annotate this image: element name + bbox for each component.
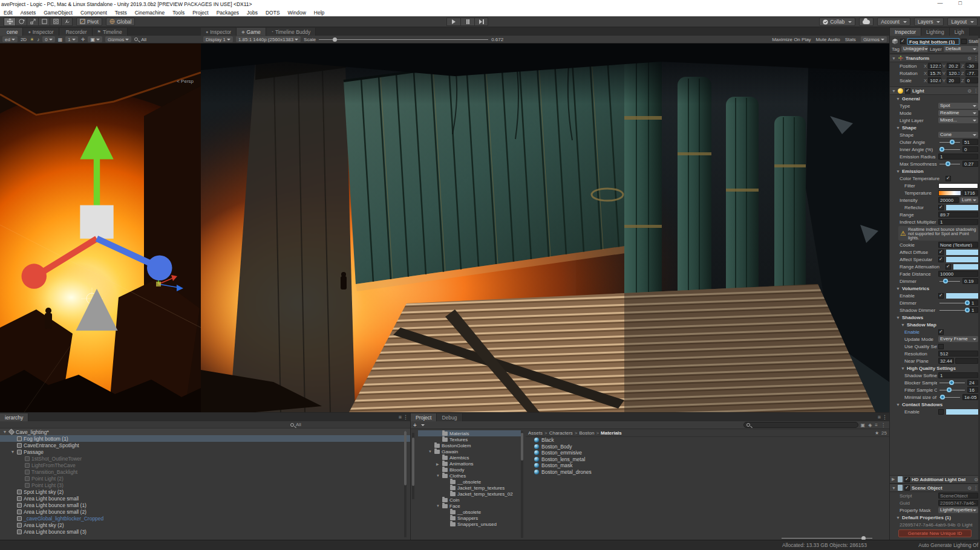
pivot-toggle[interactable]: Pivot (76, 18, 102, 26)
light-mode-dropdown[interactable]: Realtime (938, 110, 978, 116)
near-plane-field[interactable]: 32.44 (938, 358, 954, 364)
menu-item[interactable]: Tests (115, 10, 127, 16)
rect-tool-button[interactable] (38, 18, 50, 26)
menu-item[interactable]: Cinemachine (135, 10, 165, 16)
component-enabled-checkbox[interactable] (904, 485, 910, 491)
hierarchy-item[interactable]: Area Light sky (2) (0, 522, 410, 528)
default-properties-foldout[interactable]: ▼Default Properties (1) (890, 514, 980, 521)
breadcrumb-item[interactable]: Assets > (528, 430, 547, 436)
menu-item[interactable]: Assets (21, 10, 36, 16)
folder-item[interactable]: BostonGolem (418, 442, 521, 448)
folder-item[interactable]: __obsolete (418, 509, 521, 515)
cookie-object-field[interactable]: None (Texture) (938, 242, 978, 248)
menu-item[interactable]: Help (314, 10, 324, 16)
hierarchy-item[interactable]: LightFromTheCave (0, 462, 410, 468)
game-gizmos-dropdown[interactable]: Gizmos (861, 36, 887, 42)
x-field[interactable]: 15.702 (928, 70, 941, 76)
effects-dropdown[interactable]: 0 (42, 36, 54, 42)
asset-item[interactable]: Boston_metal_drones (526, 469, 889, 476)
hierarchy-item[interactable]: Area Light bounce small (1) (0, 502, 410, 508)
volumetrics-section[interactable]: ▼Volumetrics (890, 285, 980, 292)
z-field[interactable]: -77. (965, 70, 978, 76)
folder-item[interactable]: Textures (418, 436, 521, 442)
project-tab[interactable]: Project (411, 413, 437, 421)
auto-generate-lighting-status[interactable]: Auto Generate Lighting Of (918, 542, 978, 548)
x-field[interactable]: 102.6 (928, 77, 941, 83)
menu-item[interactable]: GameObject (44, 10, 73, 16)
icon-size-slider[interactable] (782, 538, 872, 539)
lock-icon[interactable]: ≡ (878, 414, 881, 420)
folder-item[interactable]: ▼ Gawain (418, 448, 521, 455)
x-field[interactable]: 122.5 (928, 63, 941, 69)
global-toggle[interactable]: Global (106, 18, 136, 26)
filter-sample-slider[interactable] (939, 390, 965, 390)
step-button[interactable] (474, 18, 488, 26)
maximize-on-play-toggle[interactable]: Maximize On Play (772, 37, 811, 42)
menu-item[interactable]: Component (80, 10, 107, 16)
shape-dropdown[interactable]: Cone (938, 132, 978, 138)
play-button[interactable] (446, 18, 460, 26)
z-field[interactable]: 0 (965, 77, 978, 83)
folder-item[interactable]: ▶ Animations (418, 461, 521, 467)
hierarchy-item[interactable]: Area Light bounce small (0, 495, 410, 502)
volumetrics-dimmer-slider[interactable] (939, 303, 967, 303)
project-tab[interactable]: Debug (437, 413, 462, 421)
shadow-map-enable-checkbox[interactable] (938, 329, 944, 335)
asset-item[interactable]: Black (526, 437, 889, 444)
blocker-sample-field[interactable]: 24 (967, 380, 978, 386)
folder-item[interactable]: Bloody (418, 467, 521, 473)
view-tab[interactable]: cene (0, 28, 23, 36)
component-enabled-checkbox[interactable] (904, 477, 910, 482)
gizmos-dropdown[interactable]: Gizmos (105, 36, 131, 42)
layer-dropdown[interactable]: Default (944, 46, 978, 52)
hierarchy-scrollbar[interactable] (404, 431, 407, 537)
hierarchy-item[interactable]: Area Light bounce small (2) (0, 508, 410, 515)
object-name-field[interactable]: Fog light bottom (1) (907, 38, 959, 45)
project-search-input[interactable] (743, 422, 858, 428)
folder-item[interactable]: Snappers (418, 515, 521, 521)
contact-shadows-section[interactable]: ▼Contact Shadows (890, 401, 980, 408)
shadows-section[interactable]: ▼Shadows (890, 314, 980, 321)
property-mask-dropdown[interactable]: LightProperties (938, 507, 978, 513)
folder-item[interactable]: Jacket_temp_textures (418, 485, 521, 491)
move-tool-button[interactable] (4, 18, 15, 26)
high-quality-section[interactable]: ▼High Quality Settings (890, 364, 980, 372)
favorite-star-icon[interactable] (875, 430, 879, 436)
account-dropdown[interactable]: Account (877, 18, 910, 26)
search-by-type-icon[interactable]: ▣ (861, 422, 866, 428)
camera-dropdown[interactable]: ▣ (88, 36, 102, 42)
aspect-dropdown[interactable]: 1.85:1 1440p (2560x1383 (236, 36, 301, 42)
menu-item[interactable]: Project (192, 10, 208, 16)
rotate-tool-button[interactable] (15, 18, 27, 26)
y-field[interactable]: 120.19 (947, 70, 959, 76)
general-section[interactable]: ▼General (890, 95, 980, 102)
folder-item[interactable]: ▼ Face (418, 503, 521, 509)
tab-menu-icon[interactable]: ⋮ (403, 414, 408, 420)
pause-button[interactable] (460, 18, 474, 26)
z-field[interactable]: -30 (965, 63, 978, 69)
tab-menu-icon[interactable]: ⋮ (882, 414, 887, 420)
breadcrumb-item[interactable]: Materials > (601, 430, 622, 436)
axis-gizmo[interactable] (0, 46, 197, 412)
hierarchy-item[interactable]: ▼ Passage (0, 448, 410, 455)
temperature-slider[interactable] (938, 190, 961, 196)
inner-angle-slider[interactable] (939, 149, 960, 150)
transform-tool-button[interactable] (50, 18, 61, 26)
audio-toggle-icon[interactable]: ♪ (37, 37, 39, 42)
affect-diffuse-checkbox[interactable] (938, 250, 944, 255)
active-checkbox[interactable] (900, 39, 906, 44)
tools-icon[interactable]: ✛ (81, 37, 85, 42)
hidden-packages-count[interactable]: 25 (881, 430, 887, 436)
reflector-checkbox[interactable] (938, 205, 944, 210)
generate-new-unique-id-button[interactable]: Generate New Unique ID (898, 529, 972, 537)
temperature-field[interactable]: 1716 (962, 190, 978, 196)
object-picker-icon[interactable]: ⊙ (957, 522, 961, 528)
menu-item[interactable]: DOTS (266, 10, 280, 16)
hierarchy-item[interactable]: _caveGlobal_lightblocker_Cropped (0, 515, 410, 522)
max-smoothness-slider[interactable] (939, 164, 960, 164)
hierarchy-search-bar[interactable]: All (0, 421, 410, 429)
inspector-tab[interactable]: Ligh (950, 28, 970, 36)
filter-color-swatch[interactable] (938, 183, 978, 189)
shadow-dimmer-slider[interactable] (939, 310, 967, 311)
max-smoothness-field[interactable]: 0.27 (962, 161, 978, 167)
